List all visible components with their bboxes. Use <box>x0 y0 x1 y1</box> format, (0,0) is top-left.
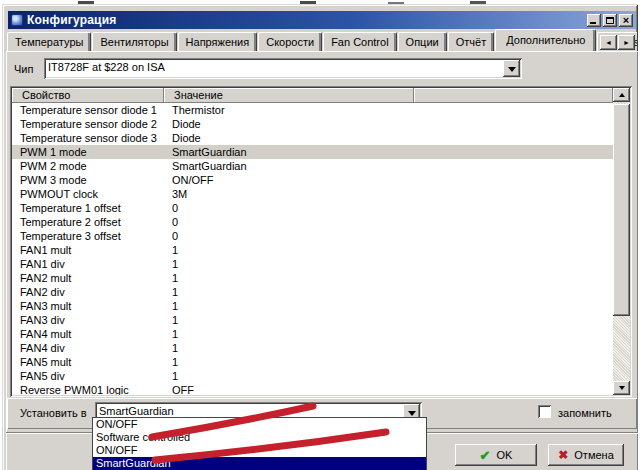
property-cell: Temperature 2 offset <box>12 215 164 229</box>
minimize-button[interactable] <box>587 14 601 27</box>
titlebar-buttons: × <box>587 14 633 27</box>
remember-checkbox-label: запомнить <box>558 407 612 419</box>
check-icon: ✔ <box>480 448 491 463</box>
scroll-up-button[interactable] <box>613 88 630 102</box>
tab-speeds[interactable]: Скорости <box>258 32 322 51</box>
tab-options[interactable]: Опции <box>398 32 447 51</box>
property-cell: PWMOUT clock <box>12 187 164 201</box>
column-header-value: Значение <box>164 88 414 103</box>
value-cell: 0 <box>164 215 414 229</box>
property-cell: FAN5 div <box>12 369 164 383</box>
titlebar[interactable]: Конфигурация × <box>8 11 636 29</box>
property-cell: PWM 3 mode <box>12 173 164 187</box>
table-row[interactable]: Temperature 3 offset0 <box>12 229 613 243</box>
table-row[interactable]: FAN5 mult1 <box>12 355 613 369</box>
table-row[interactable]: Temperature 1 offset0 <box>12 201 613 215</box>
remember-checkbox[interactable] <box>538 405 551 418</box>
tab-fans[interactable]: Вентиляторы <box>92 32 176 51</box>
minimize-icon <box>590 22 596 24</box>
value-cell: 1 <box>164 285 414 299</box>
dropdown-option[interactable]: ON/OFF <box>93 418 426 431</box>
property-cell: Temperature sensor diode 1 <box>12 103 164 117</box>
table-row[interactable]: FAN2 mult1 <box>12 271 613 285</box>
chevron-down-icon <box>508 67 516 72</box>
property-cell: Temperature 3 offset <box>12 229 164 243</box>
property-cell: Reverse PWM01 logic <box>12 383 164 395</box>
table-row[interactable]: FAN2 div1 <box>12 285 613 299</box>
set-value-combobox-value: SmartGuardian <box>99 405 174 417</box>
value-cell: 1 <box>164 299 414 313</box>
value-cell: 1 <box>164 327 414 341</box>
property-cell: FAN4 div <box>12 341 164 355</box>
property-cell: PWM 1 mode <box>12 145 164 159</box>
cancel-button-label: Отмена <box>574 449 613 461</box>
x-icon: ✖ <box>558 448 568 462</box>
tab-report[interactable]: Отчёт <box>448 32 494 51</box>
value-cell: 1 <box>164 341 414 355</box>
chip-combobox-value: IT8728F at $228 on ISA <box>48 61 165 73</box>
tab-voltages[interactable]: Напряжения <box>178 32 258 51</box>
chip-combobox-dropdown-button[interactable] <box>503 60 520 77</box>
app-icon <box>11 14 23 26</box>
property-cell: FAN1 mult <box>12 243 164 257</box>
table-row[interactable]: Temperature sensor diode 1Thermistor <box>12 103 613 117</box>
table-header: Свойство Значение <box>12 88 613 103</box>
table-row[interactable]: PWM 3 modeON/OFF <box>12 173 613 187</box>
tab-scroll-arrows: ◄ ► <box>598 35 635 50</box>
chevron-down-icon <box>408 411 416 416</box>
property-cell: Temperature 1 offset <box>12 201 164 215</box>
scrollbar-thumb[interactable] <box>613 104 630 316</box>
property-table: Свойство Значение Temperature sensor dio… <box>10 86 632 397</box>
tab-temperatures[interactable]: Температуры <box>7 32 91 51</box>
maximize-button[interactable] <box>603 14 617 27</box>
table-row[interactable]: FAN3 mult1 <box>12 299 613 313</box>
tab-scroll-left-icon[interactable]: ◄ <box>600 35 617 50</box>
value-cell: SmartGuardian <box>164 159 414 173</box>
value-cell: 1 <box>164 243 414 257</box>
property-cell: FAN1 div <box>12 257 164 271</box>
property-cell: PWM 2 mode <box>12 159 164 173</box>
table-row[interactable]: FAN1 mult1 <box>12 243 613 257</box>
dropdown-option[interactable]: ON/OFF <box>93 444 426 457</box>
ok-button-label: OK <box>497 449 513 461</box>
table-rows: Temperature sensor diode 1ThermistorTemp… <box>12 103 613 395</box>
property-cell: FAN3 mult <box>12 299 164 313</box>
table-row[interactable]: PWM 2 modeSmartGuardian <box>12 159 613 173</box>
table-row[interactable]: FAN5 div1 <box>12 369 613 383</box>
cancel-button[interactable]: ✖ Отмена <box>548 444 624 466</box>
dropdown-option[interactable]: SmartGuardian <box>93 457 426 470</box>
table-row[interactable]: Reverse PWM01 logicOFF <box>12 383 613 395</box>
table-row[interactable]: FAN3 div1 <box>12 313 613 327</box>
scroll-up-icon <box>619 93 625 97</box>
table-row[interactable]: Temperature sensor diode 3Diode <box>12 131 613 145</box>
tab-list: ТемпературыВентиляторыНапряженияСкорости… <box>7 29 637 51</box>
value-cell: 0 <box>164 229 414 243</box>
close-icon: × <box>619 14 633 26</box>
ok-button[interactable]: ✔ OK <box>455 444 537 466</box>
property-cell: FAN3 div <box>12 313 164 327</box>
close-button[interactable]: × <box>619 14 633 27</box>
table-row[interactable]: FAN1 div1 <box>12 257 613 271</box>
tab-fan-control[interactable]: Fan Control <box>323 32 396 51</box>
value-cell: Diode <box>164 131 414 145</box>
tab-additional[interactable]: Дополнительно <box>495 29 596 51</box>
tab-scroll-right-icon[interactable]: ► <box>618 35 635 50</box>
table-row[interactable]: PWMOUT clock3M <box>12 187 613 201</box>
table-row[interactable]: Temperature sensor diode 2Diode <box>12 117 613 131</box>
scroll-down-button[interactable] <box>613 381 630 395</box>
table-row[interactable]: FAN4 div1 <box>12 341 613 355</box>
table-row[interactable]: Temperature 2 offset0 <box>12 215 613 229</box>
config-window: Конфигурация × ТемпературыВентиляторыНап… <box>2 4 638 470</box>
dropdown-list: ON/OFFSoftware controlledON/OFFSmartGuar… <box>92 417 427 470</box>
table-row[interactable]: FAN4 mult1 <box>12 327 613 341</box>
dropdown-option[interactable]: Software controlled <box>93 431 426 444</box>
value-cell: Diode <box>164 117 414 131</box>
value-cell: OFF <box>164 383 414 395</box>
chip-combobox[interactable]: IT8728F at $228 on ISA <box>44 58 522 79</box>
table-row[interactable]: PWM 1 modeSmartGuardian <box>12 145 613 159</box>
window-title: Конфигурация <box>27 13 116 27</box>
vertical-scrollbar[interactable] <box>613 88 630 395</box>
column-header-empty <box>414 88 613 103</box>
value-cell: Thermistor <box>164 103 414 117</box>
property-cell: Temperature sensor diode 3 <box>12 131 164 145</box>
